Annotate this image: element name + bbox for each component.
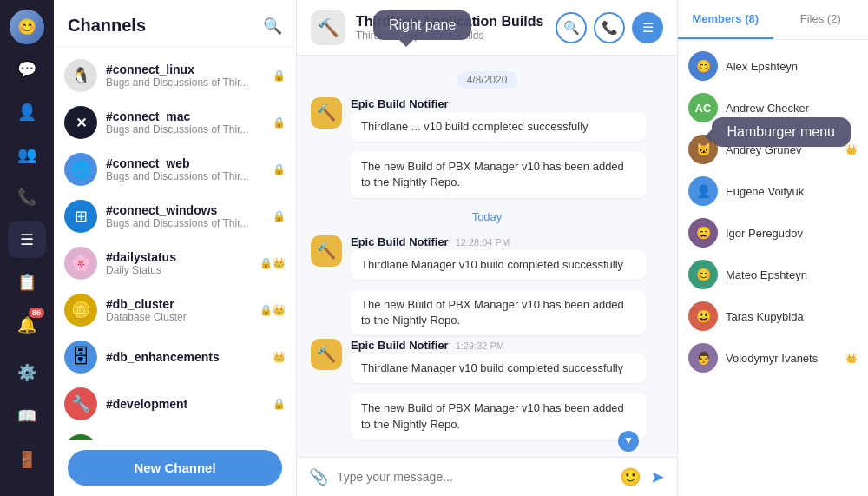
channel-item[interactable]: 🪙 #db_cluster Database Cluster 🔒👑 <box>54 287 296 334</box>
logout-icon[interactable]: 🚪 <box>8 440 46 479</box>
book-icon[interactable]: 📖 <box>8 397 46 435</box>
contacts-icon[interactable]: 👤 <box>8 94 46 131</box>
member-avatar: 😄 <box>688 218 718 248</box>
chat-icon[interactable]: 💬 <box>8 51 46 89</box>
member-item[interactable]: 😊 Mateo Epshteyn <box>678 254 868 295</box>
member-item[interactable]: 😃 Taras Kupybida <box>678 295 868 337</box>
member-name: Andrew Checker <box>726 102 858 115</box>
channel-name: #connect_mac <box>106 109 264 123</box>
scroll-down-button[interactable]: ▼ <box>618 431 639 452</box>
member-item[interactable]: 👨 Volodymyr Ivanets 👑 <box>678 337 868 379</box>
member-item[interactable]: 😊 Alex Epshteyn <box>678 45 868 87</box>
member-name: Volodymyr Ivanets <box>726 352 838 365</box>
channel-desc: Bugs and Discussions of Thir... <box>106 217 264 229</box>
chat-input-area: 📎 🙂 ➤ <box>297 457 677 496</box>
members-list: 😊 Alex Epshteyn AC Andrew Checker 🐱 Andr… <box>678 40 868 496</box>
channel-info-dbenh: #db_enhancements <box>106 350 264 364</box>
channel-item[interactable]: 🗄 #db_enhancements 👑 <box>54 334 296 380</box>
channel-name: #connect_linux <box>106 63 264 76</box>
msg-time: 1:29:32 PM <box>456 341 504 351</box>
member-item[interactable]: AC Andrew Checker <box>678 87 868 129</box>
search-button[interactable]: 🔍 <box>263 17 282 36</box>
channel-info-linux: #connect_linux Bugs and Discussions of T… <box>106 63 264 89</box>
channel-item[interactable]: ⊞ #connect_windows Bugs and Discussions … <box>54 193 296 240</box>
chat-header-avatar: 🔨 <box>311 10 345 45</box>
chat-channel-name: Thirdlane Application Builds <box>356 14 545 30</box>
channel-avatar-dailystatus: 🌸 <box>64 247 97 280</box>
member-name: Mateo Epshteyn <box>726 268 858 281</box>
phone-icon[interactable]: 📞 <box>8 179 46 216</box>
channel-avatar-mac: ✕ <box>64 106 97 139</box>
send-button[interactable]: ➤ <box>650 466 665 487</box>
member-item[interactable]: 👤 Eugene Voityuk <box>678 170 868 212</box>
msg-followup: The new Build of PBX Manager v10 has bee… <box>311 393 663 439</box>
channel-icons: 🔒👑 <box>260 304 286 316</box>
header-search-button[interactable]: 🔍 <box>556 12 587 43</box>
tab-files[interactable]: Files (2) <box>773 0 869 39</box>
member-item[interactable]: 😄 Igor Peregudov <box>678 212 868 254</box>
date-today-divider: Today <box>311 210 663 223</box>
channel-item[interactable]: 🔧 #development 🔒 <box>54 380 296 427</box>
new-channel-button[interactable]: New Channel <box>68 450 282 486</box>
settings-icon[interactable]: ⚙️ <box>8 354 46 392</box>
member-name: Andrey Grunev <box>726 143 838 156</box>
channel-avatar-windows: ⊞ <box>64 200 97 233</box>
group-icon[interactable]: 👥 <box>8 136 46 174</box>
widgets-icon[interactable]: ☰ <box>8 221 46 258</box>
channels-header: Channels 🔍 <box>54 0 296 47</box>
channels-panel: Channels 🔍 🐧 #connect_linux Bugs and Dis… <box>54 0 297 496</box>
message-group: 🔨 Epic Build Notifier 1:29:32 PM Thirdla… <box>311 339 663 383</box>
channel-item[interactable]: 🌐 #connect_web Bugs and Discussions of T… <box>54 146 296 193</box>
member-avatar: 👤 <box>688 176 718 206</box>
channel-info-windows: #connect_windows Bugs and Discussions of… <box>106 203 264 229</box>
msg-sender: Epic Build Notifier <box>351 339 449 352</box>
msg-content: Epic Build Notifier 1:29:32 PM Thirdlane… <box>351 339 663 383</box>
channel-name: #devops <box>106 438 277 440</box>
member-name: Eugene Voityuk <box>726 185 858 198</box>
channel-avatar-dbcluster: 🪙 <box>64 294 97 327</box>
chat-channel-sub: Thirdlane Application Builds <box>356 30 545 42</box>
tab-members[interactable]: Members (8) <box>678 0 773 39</box>
member-avatar: AC <box>688 93 718 122</box>
channel-icons: 🔒👑 <box>260 257 286 269</box>
msg-content: Epic Build Notifier Thirdlane ... v10 bu… <box>351 97 663 142</box>
contact2-icon[interactable]: 📋 <box>8 263 46 301</box>
channel-desc: Bugs and Discussions of Thir... <box>106 123 264 136</box>
message-input[interactable] <box>337 470 611 484</box>
channel-item[interactable]: 🌸 #dailystatus Daily Status 🔒👑 <box>54 240 296 287</box>
member-item[interactable]: 🐱 Andrey Grunev 👑 <box>678 129 868 170</box>
channel-name: #dailystatus <box>106 250 251 264</box>
channel-desc: Daily Status <box>106 264 251 276</box>
message-group: 🔨 Epic Build Notifier 12:28:04 PM Thirdl… <box>311 235 663 280</box>
member-name: Igor Peregudov <box>726 227 858 240</box>
member-admin-badge: 👑 <box>845 144 858 155</box>
channel-item[interactable]: ✕ #connect_mac Bugs and Discussions of T… <box>54 99 296 146</box>
channel-desc: Bugs and Discussions of Thir... <box>106 170 264 182</box>
user-avatar[interactable]: 😊 <box>8 9 46 46</box>
channel-avatar-dbenh: 🗄 <box>64 341 97 374</box>
right-panel: Members (8) Files (2) 😊 Alex Epshteyn AC… <box>677 0 868 496</box>
header-menu-button[interactable]: ☰ <box>632 12 663 43</box>
header-call-button[interactable]: 📞 <box>594 12 625 43</box>
channel-item[interactable]: 🐛 #devops Devops trasks <box>54 427 296 440</box>
msg-followup: The new Build of PBX Manager v10 has bee… <box>311 152 663 197</box>
right-panel-tabs: Members (8) Files (2) <box>678 0 868 40</box>
channel-name: #connect_windows <box>106 203 264 217</box>
emoji-button[interactable]: 🙂 <box>620 466 641 487</box>
channel-desc: Bugs and Discussions of Thir... <box>106 76 264 89</box>
channel-info-dailystatus: #dailystatus Daily Status <box>106 250 251 276</box>
member-name: Alex Epshteyn <box>726 60 858 73</box>
channel-desc: Database Cluster <box>106 311 251 323</box>
chat-main: 🔨 Thirdlane Application Builds Thirdlane… <box>297 0 677 496</box>
notifications-icon[interactable]: 🔔 86 <box>8 306 46 343</box>
msg-bubble: Thirdlane ... v10 build completed succes… <box>351 112 646 142</box>
msg-header: Epic Build Notifier 1:29:32 PM <box>351 339 663 352</box>
channel-item[interactable]: 🐧 #connect_linux Bugs and Discussions of… <box>54 52 296 99</box>
channel-icons: 👑 <box>273 351 286 363</box>
channel-lock-icon: 🔒 <box>273 69 286 82</box>
msg-bubble: The new Build of PBX Manager v10 has bee… <box>351 152 646 197</box>
attach-button[interactable]: 📎 <box>309 467 328 486</box>
msg-avatar: 🔨 <box>311 339 342 370</box>
member-avatar: 👨 <box>688 343 718 373</box>
msg-sender: Epic Build Notifier <box>351 97 449 110</box>
